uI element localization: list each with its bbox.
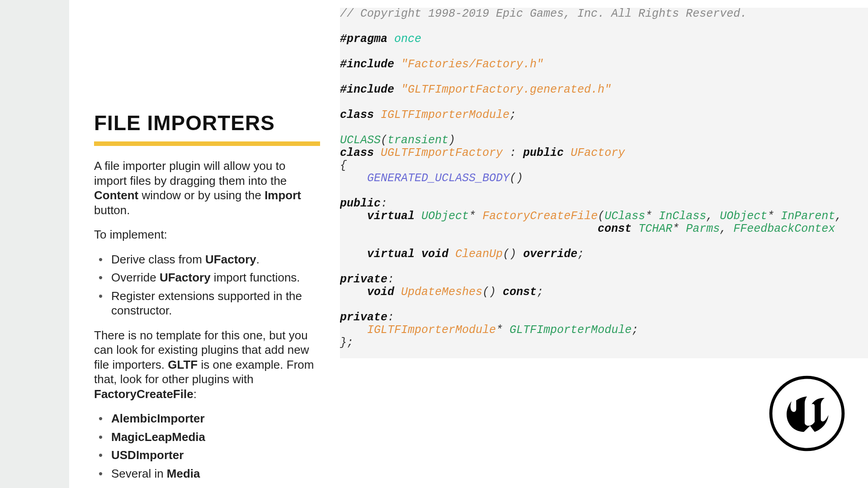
code-pragma: #pragma xyxy=(340,33,387,46)
left-column: FILE IMPORTERS A file importer plugin wi… xyxy=(94,111,320,488)
code-type: IGLTFImporterModule xyxy=(367,324,496,337)
code-indent xyxy=(340,324,367,337)
code-punct: () xyxy=(509,172,523,185)
intro-t0: A file importer plugin will allow you to… xyxy=(94,159,287,188)
code-kw-public: public xyxy=(340,197,381,210)
intro-t2: window or by using the xyxy=(138,188,264,202)
code-type: IGLTFImporterModule xyxy=(381,108,509,122)
code-punct: ( xyxy=(598,210,604,223)
code-once: once xyxy=(394,33,421,46)
code-punct: ; xyxy=(509,108,516,122)
plugin-several-a: Several in xyxy=(111,467,167,480)
code-punct: () xyxy=(503,248,516,261)
plugin-usd: USDImporter xyxy=(111,448,184,462)
code-kw-void: void xyxy=(367,286,394,299)
code-param: InParent xyxy=(781,210,835,223)
code-punct: , xyxy=(835,210,842,223)
code-include-path: "GLTFImportFactory.generated.h" xyxy=(401,83,611,96)
plugin-alembic: AlembicImporter xyxy=(111,412,205,425)
list-item: Register extensions supported in the con… xyxy=(107,289,320,318)
intro-t4: button. xyxy=(94,203,130,217)
nt-fcf: FactoryCreateFile xyxy=(94,387,193,401)
code-punct: * xyxy=(767,210,774,223)
impl0-b: UFactory xyxy=(205,253,256,266)
code-punct: : xyxy=(503,146,523,160)
code-kw-const: const xyxy=(503,286,537,299)
body-text: A file importer plugin will allow you to… xyxy=(94,159,320,481)
list-item: MagicLeapMedia xyxy=(107,430,320,445)
code-func: FactoryCreateFile xyxy=(482,210,598,223)
code-include: #include xyxy=(340,58,394,71)
list-item: Several in Media xyxy=(107,466,320,481)
code-var: GLTFImporterModule xyxy=(509,324,632,337)
impl0-c: . xyxy=(256,253,259,266)
list-item: AlembicImporter xyxy=(107,411,320,426)
code-uclass: UCLASS xyxy=(340,134,381,147)
intro-import-bold: Import xyxy=(264,188,301,202)
plugin-media: Media xyxy=(167,467,200,480)
slide: FILE IMPORTERS A file importer plugin wi… xyxy=(69,0,868,488)
code-kw-class: class xyxy=(340,146,374,160)
code-comment: // Copyright 1998-2019 Epic Games, Inc. … xyxy=(340,8,747,20)
code-type: UObject xyxy=(720,210,767,223)
nt-e: : xyxy=(193,387,197,401)
title-underline xyxy=(94,141,320,146)
code-genbody: GENERATED_UCLASS_BODY xyxy=(367,172,509,185)
nt-gltf: GLTF xyxy=(168,358,198,371)
impl1-a: Override xyxy=(111,271,160,284)
code-kw-virtual: virtual xyxy=(367,210,415,223)
code-indent xyxy=(340,222,598,235)
code-include-path: "Factories/Factory.h" xyxy=(401,58,543,71)
code-brace: { xyxy=(340,159,347,172)
unreal-logo-icon xyxy=(769,375,845,452)
implement-list: Derive class from UFactory. Override UFa… xyxy=(94,252,320,318)
code-kw-override: override xyxy=(523,248,577,261)
code-param: Parms xyxy=(686,222,720,235)
code-punct: : xyxy=(381,197,387,210)
impl1-b: UFactory xyxy=(160,271,211,284)
code-type: UObject xyxy=(421,210,469,223)
code-type: UGLTFImportFactory xyxy=(381,146,503,160)
code-type: UFactory xyxy=(571,146,625,160)
intro-content-bold: Content xyxy=(94,188,138,202)
code-punct: : xyxy=(387,311,394,324)
code-block: // Copyright 1998-2019 Epic Games, Inc. … xyxy=(340,8,868,358)
code-param: InClass xyxy=(659,210,706,223)
code-indent xyxy=(340,210,367,223)
intro-paragraph: A file importer plugin will allow you to… xyxy=(94,159,320,217)
no-template-paragraph: There is no template for this one, but y… xyxy=(94,328,320,402)
code-kw-void: void xyxy=(421,248,448,261)
code-punct: ; xyxy=(577,248,584,261)
code-punct: () xyxy=(482,286,496,299)
list-item: USDImporter xyxy=(107,448,320,463)
code-kw-private: private xyxy=(340,273,387,286)
impl0-a: Derive class from xyxy=(111,253,205,266)
code-punct: ( xyxy=(381,134,387,147)
list-item: Override UFactory import functions. xyxy=(107,270,320,285)
code-punct: ; xyxy=(537,286,543,299)
page-title: FILE IMPORTERS xyxy=(94,111,320,135)
code-punct: * xyxy=(496,324,503,337)
plugin-magicleap: MagicLeapMedia xyxy=(111,430,205,444)
code-kw-public: public xyxy=(523,146,564,160)
code-func: CleanUp xyxy=(455,248,503,261)
code-punct: , xyxy=(720,222,726,235)
code-punct: * xyxy=(645,210,652,223)
code-indent xyxy=(340,172,367,185)
impl1-c: import functions. xyxy=(211,271,300,284)
code-kw-class: class xyxy=(340,108,374,122)
code-type: TCHAR xyxy=(638,222,672,235)
code-include: #include xyxy=(340,83,394,96)
code-type: FFeedbackContex xyxy=(733,222,835,235)
list-item: Derive class from UFactory. xyxy=(107,252,320,267)
code-punct: ; xyxy=(632,324,638,337)
code-punct: : xyxy=(387,273,394,286)
code-punct: * xyxy=(469,210,476,223)
code-kw-virtual: virtual xyxy=(367,248,415,261)
code-func: UpdateMeshes xyxy=(401,286,482,299)
code-indent xyxy=(340,248,367,261)
code-type: UClass xyxy=(604,210,645,223)
plugin-list: AlembicImporter MagicLeapMedia USDImport… xyxy=(94,411,320,481)
code-punct: , xyxy=(706,210,713,223)
code-kw-private: private xyxy=(340,311,387,324)
